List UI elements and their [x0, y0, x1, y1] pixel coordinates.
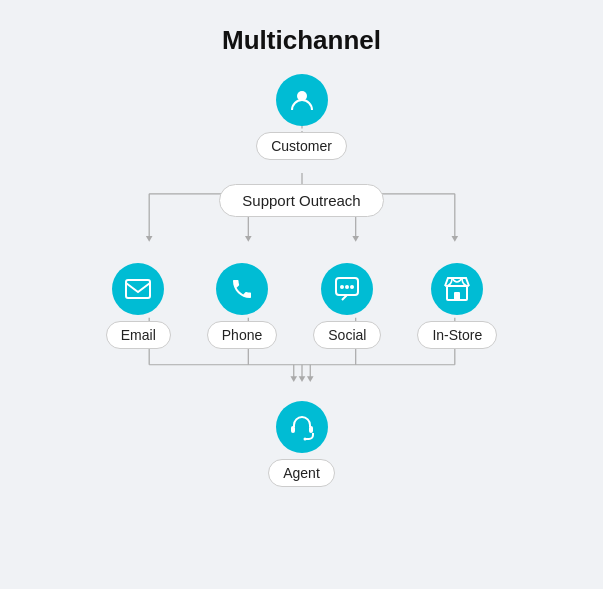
phone-icon	[216, 263, 268, 315]
social-node: Social	[313, 263, 381, 349]
svg-point-28	[350, 285, 354, 289]
svg-point-26	[340, 285, 344, 289]
instore-icon	[431, 263, 483, 315]
svg-rect-32	[309, 426, 313, 433]
svg-marker-5	[145, 235, 152, 241]
instore-node: In-Store	[417, 263, 497, 349]
page-title: Multichannel	[222, 25, 381, 56]
svg-marker-22	[306, 376, 313, 382]
email-node: Email	[106, 263, 171, 349]
svg-rect-31	[291, 426, 295, 433]
instore-label: In-Store	[417, 321, 497, 349]
customer-label: Customer	[256, 132, 347, 160]
svg-point-33	[303, 437, 306, 440]
svg-marker-21	[298, 376, 305, 382]
agent-icon	[276, 401, 328, 453]
svg-marker-20	[290, 376, 297, 382]
support-node: Support Outreach	[219, 178, 383, 217]
customer-icon	[276, 74, 328, 126]
svg-point-27	[345, 285, 349, 289]
email-label: Email	[106, 321, 171, 349]
content: Customer Support Outreach Email	[22, 74, 582, 487]
svg-marker-7	[245, 235, 252, 241]
phone-node: Phone	[207, 263, 277, 349]
agent-node: Agent	[268, 401, 335, 487]
customer-node: Customer	[256, 74, 347, 160]
svg-rect-24	[126, 280, 150, 298]
diagram: Multichannel	[22, 15, 582, 575]
social-label: Social	[313, 321, 381, 349]
support-label: Support Outreach	[219, 184, 383, 217]
email-icon	[112, 263, 164, 315]
agent-label: Agent	[268, 459, 335, 487]
channel-row: Email Phone	[106, 263, 497, 349]
svg-marker-11	[451, 235, 458, 241]
svg-marker-9	[352, 235, 359, 241]
social-icon	[321, 263, 373, 315]
svg-rect-30	[454, 292, 460, 300]
phone-label: Phone	[207, 321, 277, 349]
